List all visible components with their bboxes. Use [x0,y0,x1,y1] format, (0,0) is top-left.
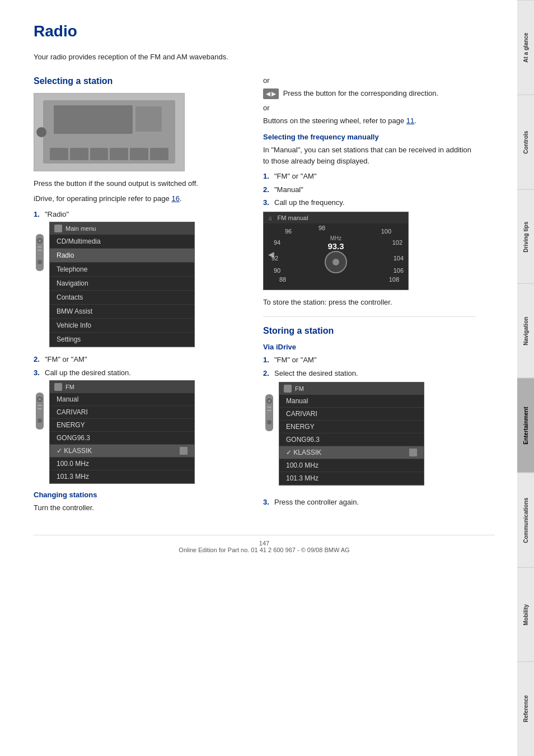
fm-item-carivari: CARIVARI [50,406,194,419]
selecting-frequency-heading: Selecting the frequency manually [263,133,476,141]
menu-item-navigation: Navigation [50,277,194,291]
fm-item-manual-2: Manual [279,395,424,408]
svg-rect-3 [38,246,42,248]
two-col-layout: Selecting a station [34,76,495,518]
menu-screenshot-area: Main menu CD/Multimedia Radio Telephone … [34,222,246,354]
step-1: 1. "Radio" [34,209,246,220]
svg-rect-15 [267,407,271,408]
changing-stations-heading: Changing stations [34,491,246,499]
idrive-link[interactable]: 16 [171,194,179,203]
svg-point-11 [38,418,42,423]
svg-rect-9 [38,405,42,406]
selecting-station-heading: Selecting a station [34,76,246,86]
step-3: 3. Call up the desired station. [34,367,246,379]
controller-icon-2 [34,391,46,431]
freq-step-1: 1. "FM" or "AM" [263,171,476,182]
dial-100: 100 [381,228,391,235]
menu-screenshot: Main menu CD/Multimedia Radio Telephone … [49,222,195,347]
store-step-3: 3. Press the controller again. [263,497,476,508]
sidebar-tab-communications[interactable]: Communications [517,473,534,567]
freq-step-2-num: 2. [263,184,271,195]
fm-item-manual: Manual [50,393,194,406]
sidebar-tab-reference[interactable]: Reference [517,661,534,756]
dial-90: 90 [274,267,280,274]
press-button-text: Press the button if the sound output is … [34,178,246,189]
sidebar-tab-navigation[interactable]: Navigation [517,283,534,378]
svg-point-5 [38,260,42,264]
page-number: 147 [259,540,269,547]
sidebar-tab-mobility[interactable]: Mobility [517,567,534,662]
fm-item-101: 101.3 MHz [50,470,194,483]
sidebar-tab-controls[interactable]: Controls [517,95,534,189]
store-step-2: 2. Select the desired station. [263,368,476,379]
menu-icon [54,225,62,232]
step-1-num: 1. [34,209,41,220]
svg-point-17 [267,420,271,424]
fm-dial: ◀ 96 98 100 94 102 92 104 90 106 88 108 [264,223,408,285]
store-step-2-num: 2. [263,368,271,379]
freq-step-1-num: 1. [263,171,271,182]
idrive-text: iDrive, for operating principle refer to… [34,193,246,204]
fm-save-icon-2 [409,449,417,456]
fm-list-header-2: FM [279,382,424,395]
menu-item-vehicle-info: Vehicle Info [50,319,194,333]
step-2-text: "FM" or "AM" [45,354,87,365]
controller-icon [34,233,46,272]
fm-item-100-2: 100.0 MHz [279,459,424,472]
fm-list-area: FM Manual CARIVARI ENERGY GONG96.3 [34,380,246,491]
dial-96: 96 [285,228,292,235]
svg-point-2 [39,240,41,242]
store-step-1-text: "FM" or "AM" [274,354,317,366]
dial-108: 108 [389,276,399,283]
fm-item-energy-2: ENERGY [279,421,424,433]
fm-item-klassik-2: ✓ KLASSIK [279,446,424,459]
store-step-1: 1. "FM" or "AM" [263,354,476,366]
step-3-num: 3. [34,367,41,379]
section-divider [263,316,476,317]
sidebar-tab-at-a-glance[interactable]: At a glance [517,0,534,95]
storing-station-heading: Storing a station [263,326,476,336]
page-footer: 147 Online Edition for Part no. 01 41 2 … [34,535,495,553]
device-image [34,93,185,171]
menu-item-telephone: Telephone [50,263,194,277]
fm-save-icon [180,447,188,455]
intro-text: Your radio provides reception of the FM … [34,52,495,63]
freq-step-1-text: "FM" or "AM" [274,171,317,182]
main-content: Radio Your radio provides reception of t… [0,0,517,756]
fm-item-gong-2: GONG96.3 [279,433,424,446]
steering-text: Buttons on the steering wheel, refer to … [263,115,476,127]
menu-header: Main menu [50,222,194,235]
controller-icon-3 [263,393,275,432]
fm-item-carivari-2: CARIVARI [279,408,424,421]
sidebar-tabs: At a glance Controls Driving tips Naviga… [517,0,534,756]
nav-button-text: ◀ ▶ Press the button for the correspondi… [263,88,476,99]
svg-point-14 [268,400,270,402]
svg-rect-16 [267,410,271,411]
menu-item-radio: Radio [50,249,194,263]
fm-icon-2 [284,385,292,393]
or-text-2: or [263,104,476,112]
sidebar-tab-driving-tips[interactable]: Driving tips [517,189,534,284]
store-step-3-num: 3. [263,497,271,508]
freq-step-3-text: Call up the frequency. [274,197,345,208]
sidebar-tab-entertainment[interactable]: Entertainment [517,378,534,473]
menu-item-settings: Settings [50,333,194,347]
fm-item-energy: ENERGY [50,419,194,432]
col-left: Selecting a station [34,76,246,518]
dial-98: 98 [318,225,325,231]
menu-item-cd: CD/Multimedia [50,235,194,249]
fm-list-area-2: FM Manual CARIVARI ENERGY GONG96.3 [263,382,476,492]
menu-item-bmw-assist: BMW Assist [50,305,194,319]
fm-list-screenshot-2: FM Manual CARIVARI ENERGY GONG96.3 [279,382,424,486]
dial-102: 102 [392,239,402,246]
svg-rect-10 [38,408,42,409]
fm-item-101-2: 101.3 MHz [279,472,424,485]
step-2: 2. "FM" or "AM" [34,354,246,365]
steering-link[interactable]: 11 [406,116,414,125]
svg-rect-4 [38,250,42,251]
freq-step-2-text: "Manual" [274,184,303,195]
fm-manual-screenshot: ♫ FM manual ◀ 96 98 100 94 102 92 104 [263,212,409,290]
dial-knob [325,251,347,273]
via-idrive-heading: Via iDrive [263,343,476,351]
dial-104: 104 [394,255,404,262]
